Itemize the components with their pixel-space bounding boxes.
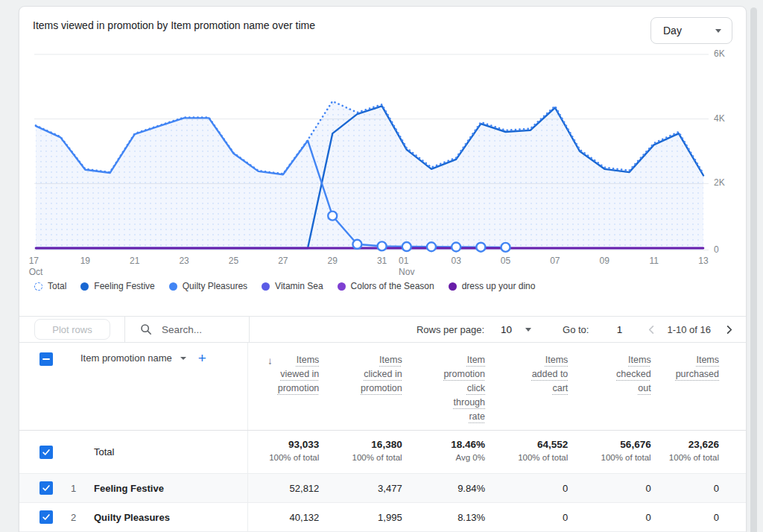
goto-label: Go to: <box>563 324 589 335</box>
total-value: 16,380 <box>331 439 402 450</box>
column-header[interactable]: Items added to cart <box>497 343 580 430</box>
search-box[interactable] <box>125 317 250 342</box>
total-metric-cell: 16,380100% of total <box>331 431 414 473</box>
pagination-range: 1-10 of 16 <box>667 324 711 335</box>
x-axis-label: 01Nov <box>399 256 414 278</box>
column-header[interactable]: Item promotion click through rate <box>414 343 497 430</box>
check-icon <box>42 484 51 493</box>
total-value: 93,033 <box>248 439 319 450</box>
total-sub-label: Avg 0% <box>414 453 485 462</box>
row-index: 2 <box>53 512 94 523</box>
legend-item[interactable]: Feeling Festive <box>80 281 154 291</box>
legend-swatch-icon <box>262 282 270 291</box>
page-title: Items viewed in promotion by Item promot… <box>33 19 315 31</box>
legend-swatch-icon <box>338 282 346 291</box>
legend-label: Vitamin Sea <box>275 281 323 291</box>
x-axis-label: 21 <box>130 256 139 267</box>
metric-cell: 8.13% <box>414 512 497 523</box>
total-metric-cell: 23,626100% of total <box>663 431 746 473</box>
check-icon <box>42 448 51 457</box>
legend-item[interactable]: Total <box>34 281 66 291</box>
y-axis-label: 0 <box>714 244 739 255</box>
legend-swatch-icon <box>34 282 42 291</box>
total-row-label: Total <box>94 446 114 457</box>
table-toolbar: Plot rows Rows per page: 10 Go to: 1-10 … <box>19 316 746 343</box>
report-card: Items viewed in promotion by Item promot… <box>19 6 747 532</box>
time-series-chart: 02K4K6K 17Oct1921232527293101Nov03050709… <box>19 45 746 316</box>
search-icon <box>140 323 152 335</box>
select-all-checkbox[interactable] <box>39 352 53 366</box>
page-scrollbar[interactable] <box>750 7 757 532</box>
dimension-selector[interactable]: Item promotion name <box>80 352 186 364</box>
next-page-button[interactable] <box>724 325 734 335</box>
interval-select-value: Day <box>663 25 682 37</box>
metric-cell: 40,132 <box>248 512 331 523</box>
legend-label: Quilty Pleasures <box>183 281 247 291</box>
x-axis-label: 07 <box>550 256 560 267</box>
legend-item[interactable]: Quilty Pleasures <box>169 281 247 291</box>
x-axis-label: 13 <box>698 256 708 267</box>
row-name: Quilty Pleasures <box>94 512 170 523</box>
total-metric-cell: 56,676100% of total <box>580 431 662 473</box>
column-header[interactable]: Items checked out <box>580 343 662 430</box>
chevron-down-icon <box>180 357 186 360</box>
total-sub-label: 100% of total <box>497 453 568 462</box>
table-header-row: Item promotion name + ↓Items viewed in p… <box>19 343 746 430</box>
rows-per-page-label: Rows per page: <box>417 324 484 335</box>
chart-legend: TotalFeeling FestiveQuilty PleasuresVita… <box>34 281 535 291</box>
total-sub-label: 100% of total <box>580 453 650 462</box>
y-axis-label: 6K <box>714 48 739 59</box>
total-metric-cell: 64,552100% of total <box>497 431 580 473</box>
dimension-header-cell: Item promotion name + <box>19 343 248 430</box>
column-header-label: Item promotion click through rate <box>437 353 485 424</box>
table-row: 2Quilty Pleasures40,1321,9958.13%000 <box>19 502 746 531</box>
x-axis-label: 31 <box>377 256 387 267</box>
legend-item[interactable]: Colors of the Season <box>338 281 434 291</box>
legend-item[interactable]: dress up your dino <box>449 281 536 291</box>
x-axis-label: 09 <box>600 256 610 267</box>
total-row-checkbox[interactable] <box>39 446 53 459</box>
column-header[interactable]: Items clicked in promotion <box>331 343 414 430</box>
x-axis-label: 03 <box>451 256 460 267</box>
legend-label: Colors of the Season <box>351 281 434 291</box>
x-axis-label: 27 <box>278 256 288 267</box>
chevron-down-icon[interactable] <box>525 328 531 332</box>
card-header: Items viewed in promotion by Item promot… <box>19 7 746 45</box>
row-dimension-cell: 1Feeling Festive <box>19 474 248 502</box>
total-value: 23,626 <box>663 439 719 450</box>
column-header-label: Items viewed in promotion <box>271 353 319 396</box>
table-total-row: Total 93,033100% of total16,380100% of t… <box>19 430 746 473</box>
legend-swatch-icon <box>80 282 89 291</box>
metric-cell: 9.84% <box>414 483 497 494</box>
column-header[interactable]: Items purchased <box>663 343 746 430</box>
total-sub-label: 100% of total <box>663 453 719 462</box>
legend-swatch-icon <box>449 282 457 291</box>
total-value: 64,552 <box>497 439 568 450</box>
add-dimension-button[interactable]: + <box>198 352 206 364</box>
column-header[interactable]: ↓Items viewed in promotion <box>248 343 331 430</box>
metric-cell: 1,995 <box>331 512 414 523</box>
legend-item[interactable]: Vitamin Sea <box>262 281 323 291</box>
total-metric-cell: 93,033100% of total <box>248 431 331 473</box>
total-value: 18.46% <box>414 439 485 450</box>
metric-cell: 3,477 <box>331 483 414 494</box>
row-checkbox[interactable] <box>39 510 53 524</box>
prev-page-button[interactable] <box>647 325 656 335</box>
rows-per-page-value[interactable]: 10 <box>501 324 512 335</box>
total-value: 56,676 <box>580 439 650 450</box>
metric-cell: 0 <box>497 483 580 494</box>
row-checkbox[interactable] <box>39 481 53 495</box>
column-header-label: Items clicked in promotion <box>355 353 402 396</box>
x-axis-label: 17Oct <box>29 256 43 278</box>
column-header-label: Items purchased <box>671 353 719 381</box>
chart-plot-area <box>34 45 709 262</box>
legend-swatch-icon <box>169 282 177 291</box>
metric-cell: 0 <box>580 483 662 494</box>
y-axis-label: 2K <box>714 177 739 188</box>
search-input[interactable] <box>160 323 238 336</box>
column-header-label: Items checked out <box>604 353 651 396</box>
interval-select[interactable]: Day <box>650 17 732 44</box>
plot-rows-button[interactable]: Plot rows <box>34 319 110 340</box>
goto-page-input[interactable] <box>608 323 630 336</box>
row-name: Feeling Festive <box>94 483 164 494</box>
